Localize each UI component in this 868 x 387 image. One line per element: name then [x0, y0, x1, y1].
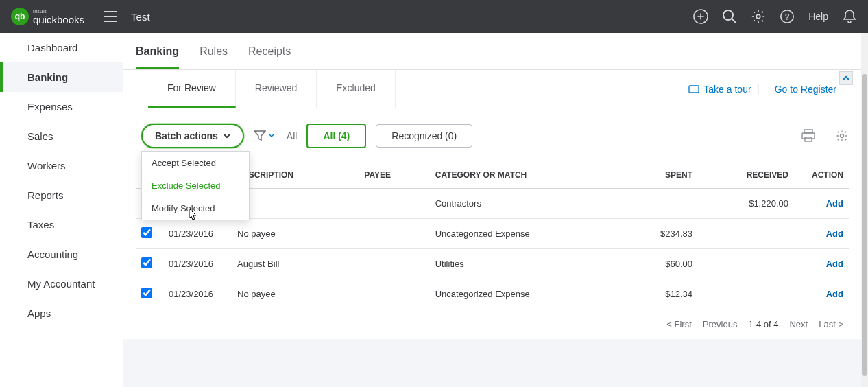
svg-point-9	[841, 134, 844, 138]
tab-excluded[interactable]: Excluded	[317, 70, 396, 108]
sidebar-item-accounting[interactable]: Accounting	[0, 239, 123, 269]
th-spent[interactable]: SPENT	[629, 161, 698, 189]
filter-row: Batch actions All All (4) Recognized (0)…	[123, 108, 861, 161]
svg-point-2	[756, 14, 760, 19]
cell-category: Contractors	[430, 189, 629, 219]
cell-received	[698, 219, 794, 249]
table-row[interactable]: 01/23/2016 August Bill Utilities $60.00 …	[136, 249, 849, 279]
svg-text:?: ?	[785, 12, 790, 22]
add-link[interactable]: Add	[826, 198, 843, 209]
company-name[interactable]: Test	[131, 11, 150, 23]
batch-actions-button[interactable]: Batch actions	[141, 124, 244, 148]
filter-all-label: All	[287, 130, 298, 141]
th-action: ACTION	[794, 161, 849, 189]
chevron-down-icon	[269, 134, 274, 138]
sidebar-item-reports[interactable]: Reports	[0, 180, 123, 210]
cell-description: ll	[232, 189, 359, 219]
th-received[interactable]: RECEIVED	[698, 161, 794, 189]
chevron-down-icon	[224, 133, 230, 139]
cell-description: No payee	[232, 279, 359, 309]
go-to-register-link[interactable]: Go to Register	[775, 84, 836, 95]
pill-recognized[interactable]: Recognized (0)	[376, 124, 472, 148]
svg-rect-8	[805, 137, 812, 141]
gear-icon[interactable]	[751, 9, 766, 24]
cell-spent: $60.00	[629, 249, 698, 279]
sidebar-item-banking[interactable]: Banking	[0, 62, 123, 92]
sidebar-item-sales[interactable]: Sales	[0, 121, 123, 151]
pill-all[interactable]: All (4)	[306, 124, 366, 148]
search-icon[interactable]	[722, 9, 737, 24]
tab-reviewed[interactable]: Reviewed	[236, 70, 317, 108]
row-checkbox[interactable]	[141, 257, 152, 268]
sidebar-item-expenses[interactable]: Expenses	[0, 92, 123, 121]
brand-name: quickbooks	[33, 14, 84, 25]
cell-date: 01/23/2016	[163, 279, 232, 309]
cell-date: 01/23/2016	[163, 219, 232, 249]
cell-payee	[359, 219, 429, 249]
review-tabs-row: For Review Reviewed Excluded Take a tour…	[136, 70, 849, 108]
add-link[interactable]: Add	[826, 259, 843, 269]
th-payee[interactable]: PAYEE	[359, 161, 429, 189]
cell-payee	[359, 189, 429, 219]
collapse-panel-icon[interactable]	[839, 71, 853, 85]
page-first[interactable]: < First	[666, 319, 691, 329]
table-row[interactable]: 01/23/2016 No payee Uncategorized Expens…	[136, 219, 849, 249]
tab-for-review[interactable]: For Review	[148, 70, 236, 108]
tour-icon	[688, 84, 699, 95]
scrollbar-thumb[interactable]	[862, 74, 867, 376]
svg-rect-6	[804, 130, 812, 133]
tab-receipts[interactable]: Receipts	[248, 45, 291, 69]
cell-spent	[629, 189, 698, 219]
cell-received: $1,220.00	[698, 189, 794, 219]
tab-banking[interactable]: Banking	[136, 45, 179, 69]
page-prev[interactable]: Previous	[703, 319, 738, 329]
sidebar-item-taxes[interactable]: Taxes	[0, 210, 123, 239]
print-icon[interactable]	[801, 129, 816, 143]
cell-category: Uncategorized Expense	[430, 279, 629, 309]
row-checkbox[interactable]	[141, 288, 152, 298]
th-category[interactable]: CATEGORY OR MATCH	[430, 161, 629, 189]
menu-toggle-icon[interactable]	[104, 11, 117, 22]
table-row[interactable]: 01/23/2016 No payee Uncategorized Expens…	[136, 279, 849, 309]
cell-description: August Bill	[232, 249, 359, 279]
cell-spent: $12.34	[629, 279, 698, 309]
sidebar-item-workers[interactable]: Workers	[0, 151, 123, 180]
divider: |	[757, 83, 760, 95]
cell-received	[698, 279, 794, 309]
row-checkbox[interactable]	[141, 227, 152, 238]
cell-category: Utilities	[430, 249, 629, 279]
menu-exclude-selected[interactable]: Exclude Selected	[142, 174, 249, 197]
cell-received	[698, 249, 794, 279]
sidebar-item-dashboard[interactable]: Dashboard	[0, 33, 123, 62]
brand-logo: intuit quickbooks	[11, 8, 84, 25]
tab-rules[interactable]: Rules	[200, 45, 228, 69]
add-link[interactable]: Add	[826, 289, 843, 299]
menu-accept-selected[interactable]: Accept Selected	[142, 152, 249, 174]
take-a-tour-link[interactable]: Take a tour	[688, 84, 751, 95]
batch-actions-label: Batch actions	[155, 130, 218, 141]
table-settings-icon[interactable]	[835, 129, 849, 143]
batch-actions-menu: Accept Selected Exclude Selected Modify …	[141, 151, 250, 220]
cell-date: 01/23/2016	[163, 249, 232, 279]
page-last[interactable]: Last >	[819, 319, 843, 329]
page-next[interactable]: Next	[789, 319, 808, 329]
app-header: intuit quickbooks Test ? Help	[0, 0, 868, 33]
qb-logo-circle	[11, 8, 29, 25]
scrollbar[interactable]	[861, 33, 868, 387]
th-description[interactable]: DESCRIPTION	[232, 161, 359, 189]
filter-icon[interactable]	[254, 130, 274, 141]
svg-point-1	[723, 10, 733, 20]
main-content: Banking Rules Receipts For Review Review…	[123, 33, 861, 387]
svg-rect-5	[689, 86, 699, 93]
cell-payee	[359, 279, 429, 309]
help-icon[interactable]: ?	[780, 9, 795, 24]
sidebar-item-apps[interactable]: Apps	[0, 298, 123, 328]
add-link[interactable]: Add	[826, 228, 843, 239]
sidebar-item-my-accountant[interactable]: My Accountant	[0, 269, 123, 298]
cell-description: No payee	[232, 219, 359, 249]
help-label[interactable]: Help	[808, 11, 828, 22]
take-a-tour-label: Take a tour	[703, 84, 751, 95]
add-icon[interactable]	[693, 9, 708, 24]
bell-icon[interactable]	[842, 9, 857, 24]
menu-modify-selected[interactable]: Modify Selected	[142, 197, 249, 220]
